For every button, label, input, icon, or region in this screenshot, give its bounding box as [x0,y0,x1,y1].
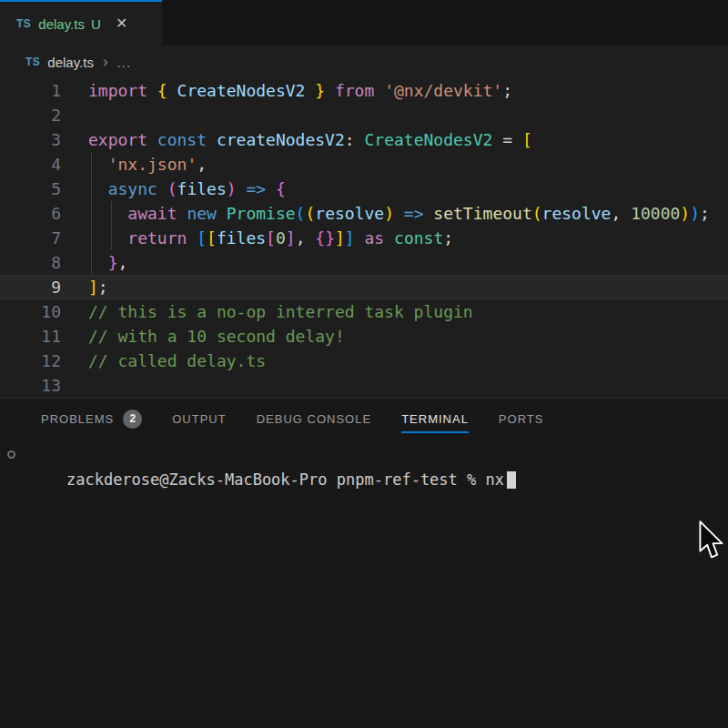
line-number: 1 [0,78,61,103]
code-line-3[interactable]: 3export const createNodesV2: CreateNodes… [0,127,728,152]
tab-delay-ts[interactable]: TS delay.ts U ✕ [0,0,162,46]
tab-filename: delay.ts [38,16,85,32]
code-line-5[interactable]: 5 async (files) => { [0,177,728,201]
terminal-cursor [507,471,516,489]
code-line-2[interactable]: 2 [0,103,728,127]
panel-tab-output[interactable]: OUTPUT [172,399,226,439]
code-text: return [[files[0], {}]] as const; [88,226,453,250]
panel-tab-debug-console[interactable]: DEBUG CONSOLE [257,399,371,439]
typescript-file-icon: TS [16,17,31,30]
code-line-10[interactable]: 10// this is a no-op interred task plugi… [0,299,728,324]
panel-tab-label: PROBLEMS [41,405,114,433]
line-number: 5 [0,177,61,201]
code-text: 'nx.json', [88,152,207,177]
git-status-badge: U [91,16,101,32]
panel-tab-bar: PROBLEMS2OUTPUTDEBUG CONSOLETERMINALPORT… [0,399,728,439]
code-line-11[interactable]: 11// with a 10 second delay! [0,324,728,349]
line-number: 11 [0,324,61,349]
line-number: 3 [0,127,61,152]
code-text: // this is a no-op interred task plugin [88,299,473,324]
panel-tab-label: PORTS [499,405,544,433]
code-text: // with a 10 second delay! [88,324,345,349]
terminal-prompt: zackderose@Zacks-MacBook-Pro pnpm-ref-te… [66,470,504,489]
editor-tab-bar: TS delay.ts U ✕ [0,0,728,46]
line-number: 2 [0,103,61,127]
line-number: 12 [0,349,61,373]
terminal-command-decoration-icon [7,450,15,459]
code-line-6[interactable]: 6 await new Promise((resolve) => setTime… [0,201,728,226]
panel-tab-label: OUTPUT [172,405,226,433]
code-line-7[interactable]: 7 return [[files[0], {}]] as const; [0,226,728,250]
panel-tab-label: DEBUG CONSOLE [257,405,371,433]
code-text: import { CreateNodesV2 } from '@nx/devki… [88,78,512,103]
code-text: await new Promise((resolve) => setTimeou… [88,201,710,226]
panel-tab-problems[interactable]: PROBLEMS2 [41,399,142,439]
code-text: ]; [88,275,108,299]
line-number: 13 [0,373,61,398]
chevron-right-icon: › [103,53,108,71]
line-number: 6 [0,201,61,226]
code-line-9[interactable]: 9]; [0,275,728,299]
line-number: 10 [0,299,61,324]
line-number: 9 [0,275,61,299]
code-line-8[interactable]: 8 }, [0,250,728,275]
line-number: 7 [0,226,61,250]
breadcrumb-ellipsis[interactable]: ... [117,55,132,70]
code-editor[interactable]: 1import { CreateNodesV2 } from '@nx/devk… [0,78,728,398]
code-line-12[interactable]: 12// called delay.ts [0,349,728,373]
problems-count-badge: 2 [123,410,142,429]
code-line-13[interactable]: 13 [0,373,728,398]
code-text: // called delay.ts [88,349,266,373]
line-number: 8 [0,250,61,275]
code-line-4[interactable]: 4 'nx.json', [0,152,728,177]
bottom-panel: PROBLEMS2OUTPUTDEBUG CONSOLETERMINALPORT… [0,398,728,728]
breadcrumb: TS delay.ts › ... [0,46,728,78]
code-text: export const createNodesV2: CreateNodesV… [88,127,532,152]
panel-tab-label: TERMINAL [401,405,469,433]
panel-tab-terminal[interactable]: TERMINAL [401,399,469,439]
line-number: 4 [0,152,61,177]
panel-tab-ports[interactable]: PORTS [499,399,544,439]
terminal[interactable]: zackderose@Zacks-MacBook-Pro pnpm-ref-te… [0,444,728,515]
close-icon[interactable]: ✕ [112,14,132,34]
typescript-file-icon: TS [25,56,40,68]
code-text: async (files) => { [88,177,286,201]
code-line-1[interactable]: 1import { CreateNodesV2 } from '@nx/devk… [0,78,728,103]
code-text: }, [88,250,127,275]
breadcrumb-file[interactable]: delay.ts [47,55,94,70]
